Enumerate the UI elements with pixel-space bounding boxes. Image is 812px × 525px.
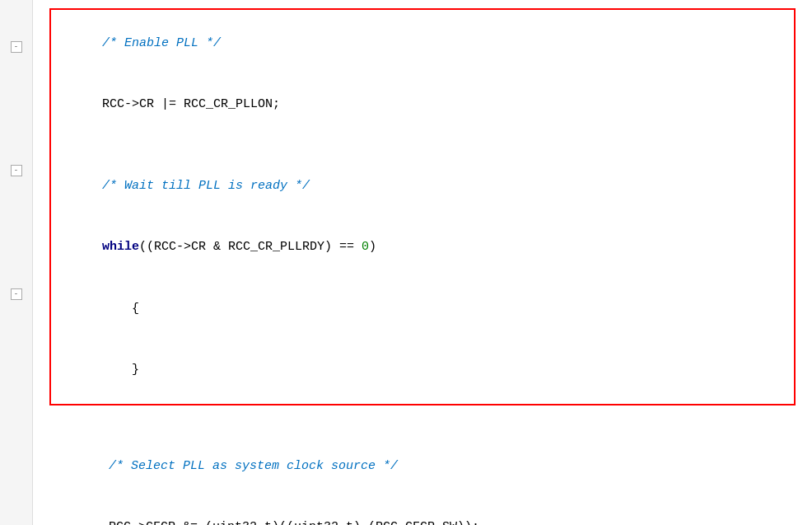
- code-line: [58, 136, 787, 157]
- collapse-marker-1[interactable]: -: [11, 41, 22, 53]
- comment-wait-pll: /* Wait till PLL is ready */: [102, 179, 310, 193]
- comment-enable-pll: /* Enable PLL */: [102, 36, 221, 50]
- code-line: /* Wait till PLL is ready */: [58, 156, 787, 217]
- code-line: /* Enable PLL */: [58, 13, 787, 74]
- code-gutter: - - -: [0, 0, 33, 525]
- code-editor: /* Enable PLL */ RCC->CR |= RCC_CR_PLLON…: [33, 0, 812, 525]
- code-line: {: [58, 279, 787, 340]
- code-line: /* Select PLL as system clock source */: [49, 436, 796, 497]
- collapse-marker-2[interactable]: -: [11, 165, 22, 176]
- code-line: }: [58, 340, 787, 401]
- collapse-marker-3[interactable]: -: [11, 288, 22, 300]
- code-line: RCC->CR |= RCC_CR_PLLON;: [58, 74, 787, 135]
- code-line: RCC->CFGR &= (uint32_t)((uint32_t)~(RCC_…: [49, 497, 796, 525]
- highlighted-code-block: /* Enable PLL */ RCC->CR |= RCC_CR_PLLON…: [49, 8, 796, 405]
- code-line: [49, 415, 796, 436]
- code-line: while((RCC->CR & RCC_CR_PLLRDY) == 0): [58, 218, 787, 279]
